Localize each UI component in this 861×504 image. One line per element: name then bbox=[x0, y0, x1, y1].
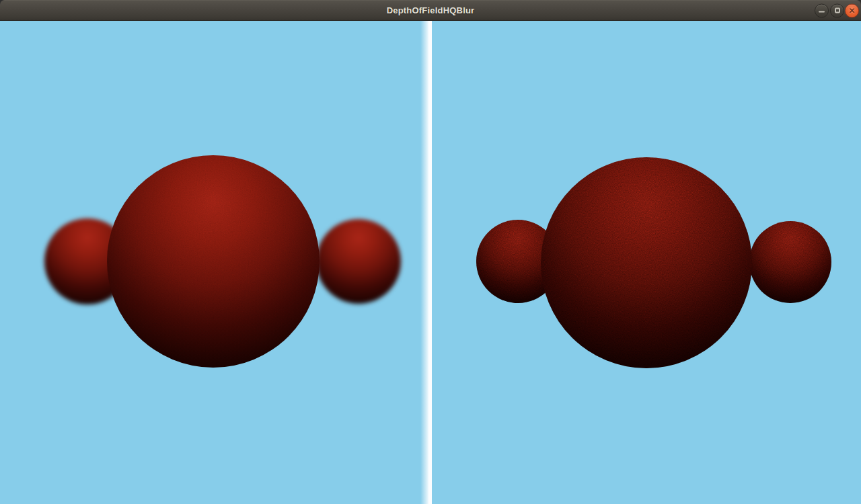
left-small-sphere-right bbox=[316, 219, 401, 304]
left-viewport-dof-blur[interactable] bbox=[0, 21, 428, 504]
app-window: DepthOfFieldHQBlur ✕ bbox=[0, 0, 861, 504]
maximize-button[interactable] bbox=[830, 3, 844, 17]
maximize-icon bbox=[835, 8, 840, 13]
titlebar[interactable]: DepthOfFieldHQBlur ✕ bbox=[0, 0, 861, 21]
minimize-icon bbox=[819, 11, 825, 12]
window-title: DepthOfFieldHQBlur bbox=[0, 1, 861, 20]
left-sphere-grain-overlay bbox=[107, 155, 320, 368]
close-button[interactable]: ✕ bbox=[845, 3, 859, 17]
minimize-button[interactable] bbox=[815, 3, 829, 17]
render-area bbox=[0, 21, 861, 504]
close-icon: ✕ bbox=[848, 7, 855, 15]
right-viewport-sharp[interactable] bbox=[432, 21, 861, 504]
